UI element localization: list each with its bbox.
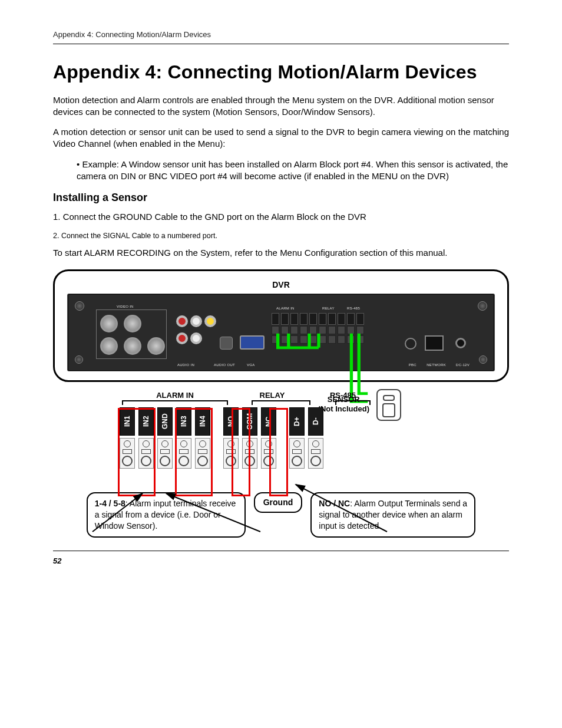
- group-label-relay: RELAY: [234, 390, 310, 401]
- dvr-label: DVR: [68, 279, 494, 291]
- running-header: Appendix 4: Connecting Motion/Alarm Devi…: [53, 29, 509, 40]
- callout-inputs-bold: 1-4 / 5-8: [95, 499, 125, 508]
- mini-din-port: [405, 338, 416, 350]
- bnc-port-2: [124, 315, 141, 332]
- pin-dplus: D+: [289, 407, 305, 436]
- dvr-diagram-frame: DVR VIDEO IN AUDIO IN AUDIO OUT VGA ALAR…: [53, 269, 509, 382]
- label-network: NETWORK: [427, 363, 446, 367]
- highlight-no: [232, 408, 250, 496]
- group-label-alarmin: ALARM IN: [116, 390, 234, 401]
- label-alarm-in: ALARM IN: [276, 306, 295, 311]
- highlight-in3-in4: [175, 408, 213, 496]
- top-rule: [53, 44, 509, 44]
- label-rs485: RS-485: [347, 306, 360, 311]
- svideo-port: [220, 337, 233, 350]
- callout-outputs: NO / NC: Alarm Output Terminals send a s…: [310, 492, 475, 538]
- bnc-port-4: [124, 337, 141, 355]
- pin-gnd: GND: [157, 407, 173, 436]
- label-video-in: VIDEO IN: [117, 304, 134, 309]
- highlight-in1-in2: [118, 408, 156, 496]
- bottom-rule: 52: [53, 551, 509, 566]
- label-audio-out: AUDIO OUT: [214, 363, 235, 367]
- highlight-nc: [269, 408, 288, 496]
- page-title: Appendix 4: Connecting Motion/Alarm Devi…: [53, 60, 509, 85]
- bnc-port-monitor: [147, 337, 165, 355]
- label-vga: VGA: [247, 363, 255, 367]
- vga-port: [240, 335, 265, 350]
- page-number: 52: [53, 556, 61, 565]
- intro-paragraph-1: Motion detection and Alarm controls are …: [53, 94, 509, 118]
- dc-jack: [455, 338, 466, 348]
- terminal-block: ALARM IN RELAY RS-485: [272, 313, 366, 344]
- group-label-rs485: RS-485: [310, 390, 375, 401]
- callout-row: 1-4 / 5-8: Alarm input terminals receive…: [53, 492, 509, 538]
- label-audio-in: AUDIO IN: [177, 363, 194, 367]
- intro-paragraph-2: A motion detection or sensor unit can be…: [53, 126, 509, 150]
- step-2: 2. Connect the SIGNAL Cable to a numbere…: [53, 231, 509, 241]
- label-relay: RELAY: [322, 306, 335, 311]
- step-1: 1. Connect the GROUND Cable to the GND p…: [53, 211, 509, 223]
- rca-ports: [175, 314, 217, 349]
- terminal-closeup: ALARM IN RELAY RS-485 IN1 IN2 GND IN3 IN…: [116, 390, 446, 469]
- bnc-port-1: [100, 315, 118, 332]
- bnc-port-3: [100, 337, 118, 355]
- callout-inputs: 1-4 / 5-8: Alarm input terminals receive…: [87, 492, 246, 538]
- paragraph-after-steps: To start ALARM RECORDING on the System, …: [53, 247, 509, 259]
- example-bullet: Example: A Window sensor unit has been i…: [53, 159, 509, 183]
- callout-outputs-bold: NO / NC: [319, 499, 350, 508]
- pin-dminus: D-: [308, 407, 323, 436]
- label-pbc: PBC: [409, 363, 416, 367]
- dvr-rear-panel: VIDEO IN AUDIO IN AUDIO OUT VGA ALARM IN…: [68, 294, 494, 371]
- subheading-installing: Installing a Sensor: [53, 190, 509, 205]
- network-port: [425, 335, 444, 351]
- label-dc12v: DC-12V: [456, 363, 470, 367]
- video-in-block: VIDEO IN: [96, 309, 167, 359]
